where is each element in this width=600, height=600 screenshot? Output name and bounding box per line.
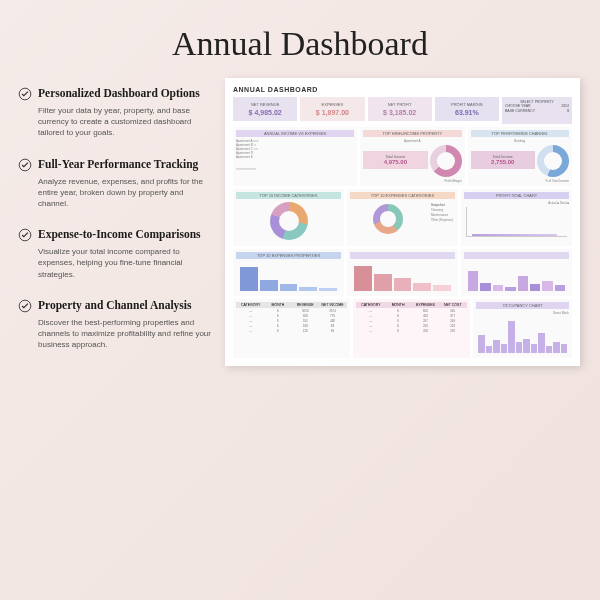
occupancy-chart: OCCUPANCY CHART Guest Block xyxy=(473,299,572,358)
checkmark-icon xyxy=(18,299,32,313)
donut-icon xyxy=(537,145,569,177)
feature-item: Personalized Dashboard Options Filter yo… xyxy=(18,86,213,139)
filter-panel: SELECT PROPERTY CHOOSE YEAR2024 BASE CUR… xyxy=(502,97,572,124)
expense-categories: TOP 10 EXPENSES CATEGORIES SnapshotClean… xyxy=(347,189,458,246)
donut-icon xyxy=(430,145,462,177)
kpi-expenses: EXPENSES$ 1,897.00 xyxy=(300,97,364,121)
top-income-property: TOP HIGH-INCOME PROPERTY Apartment A Tot… xyxy=(360,127,464,186)
features-column: Personalized Dashboard Options Filter yo… xyxy=(18,78,213,366)
checkmark-icon xyxy=(18,228,32,242)
dashboard-title: ANNUAL DASHBOARD xyxy=(233,86,572,93)
kpi-revenue: NET REVENUE$ 4,985.02 xyxy=(233,97,297,121)
monthly-chart: ANNUAL INCOME VS EXPENSES Apartment A ━━… xyxy=(233,127,357,186)
profit-goal: PROFIT GOAL CHART Actual ■ Goal ■ xyxy=(461,189,572,246)
feature-desc: Visualize your total income compared to … xyxy=(18,246,213,280)
feature-item: Expense-to-Income Comparisons Visualize … xyxy=(18,227,213,280)
donut-icon xyxy=(373,204,403,234)
channel-breakdown xyxy=(347,249,458,296)
feature-title: Full-Year Performance Tracking xyxy=(38,157,198,172)
checkmark-icon xyxy=(18,158,32,172)
property-table: CATEGORYMONTHEXPENSESNET COST —6650545 —… xyxy=(353,299,470,358)
dashboard-preview: ANNUAL DASHBOARD NET REVENUE$ 4,985.02 E… xyxy=(225,78,580,366)
kpi-net-profit: NET PROFIT$ 3,185.02 xyxy=(368,97,432,121)
feature-desc: Analyze revenue, expenses, and profits f… xyxy=(18,176,213,210)
feature-title: Expense-to-Income Comparisons xyxy=(38,227,201,242)
feature-desc: Discover the best-performing properties … xyxy=(18,317,213,351)
feature-title: Personalized Dashboard Options xyxy=(38,86,200,101)
category-table: CATEGORYMONTHREVENUENET INCOME —63250267… xyxy=(233,299,350,358)
kpi-profit-margin: PROFIT MARGIN63.91% xyxy=(435,97,499,121)
feature-item: Full-Year Performance Tracking Analyze r… xyxy=(18,157,213,210)
expense-properties: TOP 10 EXPENSES PROPERTIES xyxy=(233,249,344,296)
donut-icon xyxy=(270,202,308,240)
income-categories: TOP 10 INCOME CATEGORIES xyxy=(233,189,344,246)
feature-desc: Filter your data by year, property, and … xyxy=(18,105,213,139)
feature-title: Property and Channel Analysis xyxy=(38,298,191,313)
top-channel: TOP PERFORMING CHANNEL Booking Total Inc… xyxy=(468,127,572,186)
page-title: Annual Dashboard xyxy=(0,0,600,78)
monthly-breakdown xyxy=(461,249,572,296)
checkmark-icon xyxy=(18,87,32,101)
feature-item: Property and Channel Analysis Discover t… xyxy=(18,298,213,351)
